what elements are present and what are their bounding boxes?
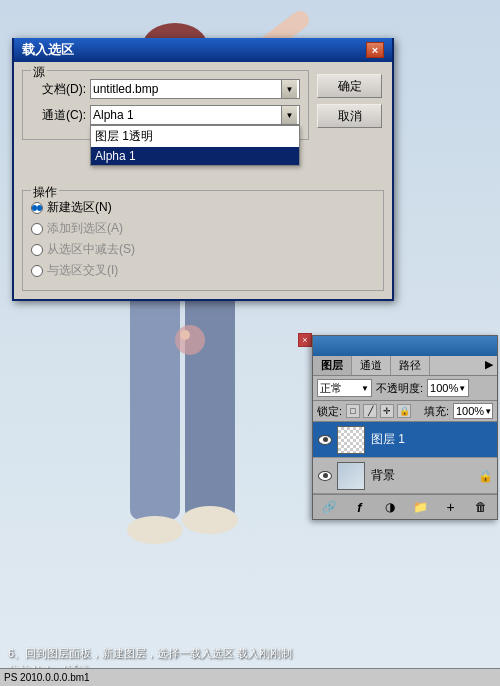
source-group: 源 文档(D): untitled.bmp ▼ 通道(C): Alpha 1 xyxy=(22,70,309,140)
blend-mode-value: 正常 xyxy=(320,381,342,396)
eye-icon-0 xyxy=(318,435,332,445)
dialog-title: 载入选区 xyxy=(22,41,74,59)
blend-mode-arrow: ▼ xyxy=(361,384,369,393)
layer-style-icon[interactable]: f xyxy=(350,498,368,516)
layer-item-1[interactable]: 背景 🔒 xyxy=(313,458,497,494)
dialog-body: 确定 取消 源 文档(D): untitled.bmp ▼ 通道(C): xyxy=(14,62,392,299)
svg-point-11 xyxy=(175,325,205,355)
svg-point-12 xyxy=(180,330,190,340)
blend-mode-select[interactable]: 正常 ▼ xyxy=(317,379,372,397)
radio-subtract-selection[interactable] xyxy=(31,244,43,256)
lock-paint-icon[interactable]: ╱ xyxy=(363,404,377,418)
dropdown-item-1[interactable]: Alpha 1 xyxy=(91,147,299,165)
channel-dropdown-arrow[interactable]: ▼ xyxy=(281,106,297,124)
opacity-value: 100% xyxy=(430,382,458,394)
layer-0-thumbnail xyxy=(337,426,365,454)
channel-label: 通道(C): xyxy=(31,107,86,124)
action-buttons: 确定 取消 xyxy=(317,74,382,128)
radio-label-0: 新建选区(N) xyxy=(47,199,112,216)
tab-channels[interactable]: 通道 xyxy=(352,356,391,375)
layer-item-0[interactable]: 图层 1 xyxy=(313,422,497,458)
layer-mask-icon[interactable]: ◑ xyxy=(381,498,399,516)
layer-1-name: 背景 xyxy=(371,467,478,484)
delete-layer-icon[interactable]: 🗑 xyxy=(472,498,490,516)
channel-select[interactable]: Alpha 1 ▼ xyxy=(90,105,300,125)
tab-paths[interactable]: 路径 xyxy=(391,356,430,375)
channel-dropdown-container: Alpha 1 ▼ 图层 1透明 Alpha 1 xyxy=(90,105,300,125)
fill-field[interactable]: 100% ▼ xyxy=(453,403,493,419)
radio-row-1: 添加到选区(A) xyxy=(31,220,375,237)
fill-value: 100% xyxy=(456,405,484,417)
doc-label: 文档(D): xyxy=(31,81,86,98)
layer-0-name: 图层 1 xyxy=(371,431,493,448)
lock-move-icon[interactable]: ✛ xyxy=(380,404,394,418)
layer-0-visibility[interactable] xyxy=(317,432,333,448)
lock-transparent-icon[interactable]: □ xyxy=(346,404,360,418)
dialog-titlebar: 载入选区 × xyxy=(14,38,392,62)
radio-label-1: 添加到选区(A) xyxy=(47,220,123,237)
eye-pupil-1 xyxy=(323,473,328,478)
opacity-label: 不透明度: xyxy=(376,381,423,396)
doc-dropdown-arrow[interactable]: ▼ xyxy=(281,80,297,98)
layer-1-thumbnail xyxy=(337,462,365,490)
fill-arrow: ▼ xyxy=(484,407,492,416)
document-row: 文档(D): untitled.bmp ▼ xyxy=(31,79,300,99)
layers-lock-row: 锁定: □ ╱ ✛ 🔒 填充: 100% ▼ xyxy=(313,401,497,422)
radio-row-3: 与选区交叉(I) xyxy=(31,262,375,279)
eye-icon-1 xyxy=(318,471,332,481)
status-text: PS 2010.0.0.0.bm1 xyxy=(4,672,90,683)
dialog-close-button[interactable]: × xyxy=(366,42,384,58)
svg-point-10 xyxy=(182,506,238,534)
radio-row-2: 从选区中减去(S) xyxy=(31,241,375,258)
channel-value: Alpha 1 xyxy=(93,108,134,122)
operation-group: 操作 新建选区(N) 添加到选区(A) 从选区中减去(S) 与选区交叉(I) xyxy=(22,190,384,291)
radio-row-0: 新建选区(N) xyxy=(31,199,375,216)
fill-label: 填充: xyxy=(424,404,449,419)
layer-1-lock-icon: 🔒 xyxy=(478,469,493,483)
operation-label: 操作 xyxy=(31,184,59,201)
opacity-arrow: ▼ xyxy=(458,384,466,393)
svg-point-9 xyxy=(127,516,183,544)
eye-pupil-0 xyxy=(323,437,328,442)
radio-label-2: 从选区中减去(S) xyxy=(47,241,135,258)
channel-dropdown-list: 图层 1透明 Alpha 1 xyxy=(90,125,300,166)
lock-icons: □ ╱ ✛ 🔒 xyxy=(346,404,411,418)
link-layers-icon[interactable]: 🔗 xyxy=(320,498,338,516)
channel-row: 通道(C): Alpha 1 ▼ 图层 1透明 Alpha 1 xyxy=(31,105,300,125)
radio-label-3: 与选区交叉(I) xyxy=(47,262,118,279)
dropdown-item-0[interactable]: 图层 1透明 xyxy=(91,126,299,147)
new-layer-icon[interactable]: + xyxy=(441,498,459,516)
load-selection-dialog: 载入选区 × 确定 取消 源 文档(D): untitled.bmp ▼ xyxy=(12,38,394,301)
cancel-button[interactable]: 取消 xyxy=(317,104,382,128)
opacity-field[interactable]: 100% ▼ xyxy=(427,379,469,397)
layers-panel-close-button[interactable]: × xyxy=(298,333,312,347)
lock-all-icon[interactable]: 🔒 xyxy=(397,404,411,418)
layer-1-visibility[interactable] xyxy=(317,468,333,484)
source-group-label: 源 xyxy=(31,64,47,81)
new-group-icon[interactable]: 📁 xyxy=(411,498,429,516)
layers-panel-menu[interactable]: ▶ xyxy=(481,356,497,375)
layers-panel: 图层 通道 路径 ▶ 正常 ▼ 不透明度: 100% ▼ 锁定: □ ╱ ✛ 🔒… xyxy=(312,335,498,520)
status-bar: PS 2010.0.0.0.bm1 xyxy=(0,668,500,686)
layers-panel-titlebar xyxy=(313,336,497,356)
radio-intersect-selection[interactable] xyxy=(31,265,43,277)
layers-footer: 🔗 f ◑ 📁 + 🗑 xyxy=(313,494,497,519)
layers-toolbar: 正常 ▼ 不透明度: 100% ▼ xyxy=(313,376,497,401)
radio-add-selection[interactable] xyxy=(31,223,43,235)
ok-button[interactable]: 确定 xyxy=(317,74,382,98)
doc-select-wrapper: untitled.bmp ▼ xyxy=(90,79,300,99)
lock-label: 锁定: xyxy=(317,404,342,419)
radio-new-selection[interactable] xyxy=(31,202,43,214)
doc-value: untitled.bmp xyxy=(93,82,158,96)
layers-tabs: 图层 通道 路径 ▶ xyxy=(313,356,497,376)
doc-select[interactable]: untitled.bmp ▼ xyxy=(90,79,300,99)
tab-layers[interactable]: 图层 xyxy=(313,356,352,375)
